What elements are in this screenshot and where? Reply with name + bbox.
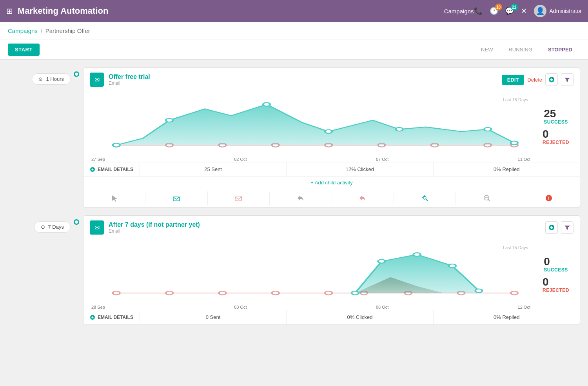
breadcrumb-current: Partnership Offer [45,27,90,34]
timing-text-2: 7 Days [48,224,64,230]
timing-badge-1: ⊙ 1 Hours [32,73,71,85]
chart-period-label-1: Last 15 Days [503,97,528,102]
email-details-btn-1[interactable]: EMAIL DETAILS [83,163,140,176]
rejected-label-2: REJECTED [543,288,569,293]
chart-date-2-4: 12 Oct [518,305,530,310]
email-icon-2: ✉ [90,220,104,235]
click-icon[interactable] [394,191,456,205]
phone-icon: 📞 [474,7,483,15]
close-icon: ✕ [521,7,527,15]
sent-stat-2: 0 Sent [140,310,287,324]
add-child-1[interactable]: + Add child activity [83,176,580,189]
clock-icon-btn[interactable]: 🕐 10 [490,7,498,15]
replied-stat-2: 0% Replied [434,310,580,324]
reply-salmon-icon[interactable] [332,191,394,205]
pie-chart-icon-1[interactable] [545,73,558,86]
svg-point-22 [92,168,94,170]
filter-icon-2[interactable] [561,221,573,234]
activity-title-2: After 7 days (if not partner yet) [109,221,541,228]
chart-dates-1: 27 Sep 02 Oct 07 Oct 11 Oct [90,157,532,162]
chart-container-2: Last 15 Days [90,243,532,306]
user-menu[interactable]: 👤 Administrator [534,5,582,17]
sent-stat-1: 25 Sent [140,162,287,176]
success-count-2: 0 [544,256,568,267]
breadcrumb-separator: / [41,28,42,34]
start-button[interactable]: START [8,44,40,56]
email-open-icon[interactable] [145,191,207,205]
svg-line-28 [426,199,428,201]
svg-point-40 [219,291,226,295]
chart-dates-2: 28 Sep 03 Oct 08 Oct 12 Oct [90,305,532,310]
grid-icon[interactable]: ⊞ [6,6,13,16]
tab-running[interactable]: RUNNING [501,40,540,60]
activity-row-1: ⊙ 1 Hours ✉ Offer free trial Email EDIT … [8,67,580,208]
svg-point-50 [378,260,385,263]
phone-icon-btn[interactable]: 📞 [474,7,483,15]
clock-icon-timing-2: ⊙ [41,224,45,230]
reply-icon[interactable] [270,191,332,205]
svg-point-52 [449,264,456,268]
alert-icon[interactable]: ! [518,191,580,205]
timing-dot-2 [74,219,79,225]
rejected-group-1: 0 REJECTED [543,129,569,145]
svg-point-15 [166,118,173,122]
svg-point-55 [92,316,94,318]
delete-button-1[interactable]: Delete [527,77,542,83]
rejected-count-1: 0 [543,129,569,140]
card-actions-2 [545,221,573,234]
timing-text-1: 1 Hours [46,76,64,82]
main-content: ⊙ 1 Hours ✉ Offer free trial Email EDIT … [0,60,588,379]
chart-svg-1 [90,95,532,154]
chat-icon-btn[interactable]: 💬 21 [505,7,514,15]
svg-point-39 [166,291,173,295]
activity-card-2: ✉ After 7 days (if not partner yet) Emai… [83,215,580,324]
breadcrumb: Campaigns / Partnership Offer [0,22,588,40]
email-details-bar-2: EMAIL DETAILS 0 Sent 0% Clicked 0% Repli… [83,310,580,324]
card-header-1: ✉ Offer free trial Email EDIT Delete [83,68,580,91]
svg-marker-13 [116,104,514,145]
left-panel-2: ⊙ 7 Days [8,215,71,233]
chart-date-1-2: 02 Oct [234,157,247,162]
tab-new[interactable]: NEW [473,40,501,60]
email-details-bar-1: EMAIL DETAILS 25 Sent 12% Clicked 0% Rep… [83,162,580,176]
svg-text:!: ! [548,196,550,201]
email-bounce-icon[interactable] [208,191,270,205]
chart-date-1-1: 27 Sep [91,157,105,162]
svg-point-42 [325,291,332,295]
breadcrumb-parent[interactable]: Campaigns [8,27,38,34]
clicked-stat-2: 0% Clicked [287,310,433,324]
svg-marker-36 [564,226,570,230]
card-actions-1: EDIT Delete [502,73,573,86]
svg-marker-23 [112,195,117,202]
svg-point-46 [511,291,518,295]
topnav-right: 📞 🕐 10 💬 21 ✕ 👤 Administrator [474,5,582,17]
click-unsubscribe-icon[interactable] [456,191,518,205]
tab-stopped[interactable]: STOPPED [540,40,580,60]
edit-button-1[interactable]: EDIT [502,75,524,85]
nav-campaigns[interactable]: Campaigns [444,8,474,15]
chart-date-1-3: 07 Oct [376,157,388,162]
svg-point-51 [414,253,421,256]
app-title: Marketing Automation [18,6,436,16]
avatar: 👤 [534,5,546,17]
close-icon-btn[interactable]: ✕ [521,7,527,15]
clock-badge: 10 [495,4,502,11]
left-panel-1: ⊙ 1 Hours [8,67,71,85]
chart-date-2-2: 03 Oct [234,305,247,310]
activity-subtitle-1: Email [109,80,497,86]
rejected-label-1: REJECTED [543,140,569,145]
chart-period-label-2: Last 15 Days [503,245,528,250]
filter-icon-1[interactable] [561,73,573,86]
email-details-label-1: EMAIL DETAILS [98,167,133,172]
cursor-icon[interactable] [83,191,145,205]
pie-chart-icon-2[interactable] [545,221,558,234]
top-navigation: ⊞ Marketing Automation Campaigns 📞 🕐 10 … [0,0,588,22]
success-count-1: 25 [544,108,568,119]
card-title-1: Offer free trial Email [109,73,497,86]
chart-stats-2: 0 SUCCESS 0 REJECTED [538,243,573,306]
chart-area-1: Last 15 Days [83,91,580,162]
email-details-btn-2[interactable]: EMAIL DETAILS [83,311,140,324]
email-details-label-2: EMAIL DETAILS [98,315,133,320]
success-group-2: 0 SUCCESS [544,256,568,273]
success-label-2: SUCCESS [544,267,568,273]
